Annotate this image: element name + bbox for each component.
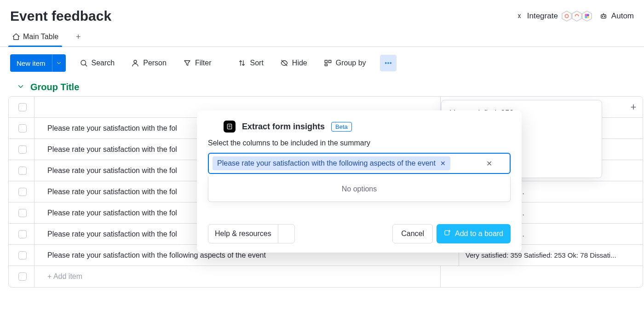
chevron-down-icon[interactable]: [215, 59, 221, 67]
automate-label: Autom: [611, 12, 634, 21]
row-select[interactable]: [11, 139, 34, 160]
person-button[interactable]: Person: [128, 56, 169, 70]
help-label[interactable]: Help & resources: [208, 230, 278, 238]
row-trailing: [624, 266, 643, 287]
svg-marker-0: [562, 11, 571, 21]
new-item-dropdown[interactable]: [52, 54, 66, 72]
group-header[interactable]: Group Title: [0, 79, 644, 96]
add-to-board-label: Add to a board: [455, 230, 503, 238]
svg-point-1: [565, 14, 568, 17]
row-trailing: [624, 139, 643, 160]
checkbox[interactable]: [18, 209, 27, 217]
sort-label: Sort: [250, 59, 263, 67]
tab-main-table[interactable]: Main Table: [10, 28, 60, 46]
add-item-label[interactable]: + Add item: [34, 266, 440, 287]
add-column-button[interactable]: +: [624, 97, 643, 117]
integration-hex-icon[interactable]: [572, 11, 582, 22]
checkbox[interactable]: [18, 124, 27, 133]
checkbox[interactable]: [18, 188, 27, 196]
board-title: Event feedback: [10, 8, 111, 24]
row-select[interactable]: [11, 202, 34, 223]
select-all-cell[interactable]: [11, 97, 34, 117]
sort-button[interactable]: Sort: [235, 56, 266, 70]
new-item-button[interactable]: New item: [10, 54, 66, 72]
help-dropdown[interactable]: [278, 225, 294, 243]
add-item-row[interactable]: + Add item: [9, 266, 643, 287]
eye-off-icon: [280, 59, 288, 67]
row-trailing: [624, 245, 643, 266]
modal-title: Extract form insights: [242, 122, 325, 132]
search-icon: [80, 59, 88, 67]
modal-header: Extract form insights Beta: [208, 121, 511, 133]
svg-rect-13: [325, 60, 327, 63]
link-icon: [515, 12, 523, 20]
board-plus-icon: [444, 229, 451, 238]
integrate-label: Integrate: [527, 12, 558, 21]
chevron-up-icon[interactable]: [499, 159, 506, 168]
hide-label: Hide: [292, 59, 307, 67]
board-toolbar: New item Search Person Filter Sort Hide …: [0, 47, 644, 79]
add-to-board-button[interactable]: Add to a board: [437, 224, 511, 243]
checkbox[interactable]: [18, 103, 27, 111]
integration-hex-icon[interactable]: [562, 11, 572, 22]
filter-button[interactable]: Filter: [180, 56, 224, 70]
row-select[interactable]: [11, 224, 34, 244]
row-trailing: [624, 181, 643, 202]
person-icon: [131, 59, 139, 67]
integrate-button[interactable]: Integrate: [515, 12, 558, 21]
checkbox[interactable]: [18, 230, 27, 238]
search-label: Search: [92, 59, 115, 67]
svg-rect-4: [585, 14, 587, 16]
new-item-label[interactable]: New item: [10, 54, 52, 72]
group-by-button[interactable]: Group by: [321, 56, 369, 70]
header-actions: Integrate Autom: [515, 11, 634, 22]
help-resources-button[interactable]: Help & resources: [208, 224, 295, 243]
integrate-section: Integrate: [515, 11, 592, 22]
svg-point-17: [387, 63, 388, 63]
row-select[interactable]: [11, 266, 34, 287]
svg-rect-21: [445, 231, 449, 235]
checkbox[interactable]: [18, 251, 27, 260]
row-select[interactable]: [11, 181, 34, 202]
cancel-button[interactable]: Cancel: [392, 224, 433, 243]
svg-point-12: [134, 60, 137, 63]
group-icon: [324, 59, 332, 67]
row-select[interactable]: [11, 160, 34, 181]
row-select[interactable]: [11, 245, 34, 266]
beta-badge: Beta: [331, 122, 352, 132]
summary-cell: [440, 266, 624, 287]
clear-all-icon[interactable]: ✕: [486, 159, 492, 168]
checkbox[interactable]: [18, 272, 27, 281]
more-options-button[interactable]: [380, 55, 397, 71]
chevron-down-icon[interactable]: [17, 82, 25, 92]
automate-button[interactable]: Autom: [599, 12, 634, 21]
svg-rect-8: [601, 15, 606, 18]
column-selector[interactable]: Please rate your satisfaction with the f…: [208, 153, 511, 174]
integration-badges: [562, 11, 592, 22]
row-trailing: [624, 202, 643, 223]
checkbox[interactable]: [18, 167, 27, 175]
filter-icon: [183, 59, 191, 67]
svg-point-18: [390, 63, 391, 63]
tab-label: Main Table: [23, 33, 58, 41]
add-tab-button[interactable]: +: [74, 28, 83, 46]
combo-controls: ✕: [486, 159, 506, 168]
svg-point-16: [385, 63, 386, 63]
robot-icon: [599, 12, 608, 20]
svg-rect-15: [325, 64, 327, 66]
group-title: Group Title: [30, 82, 79, 92]
back-arrow-icon[interactable]: [208, 121, 217, 132]
svg-rect-6: [585, 16, 587, 18]
remove-chip-icon[interactable]: ✕: [440, 160, 446, 167]
svg-rect-20: [227, 124, 231, 129]
row-trailing: [624, 118, 643, 139]
row-select[interactable]: [11, 118, 34, 139]
filter-label: Filter: [195, 59, 212, 67]
chevron-down-icon[interactable]: [116, 11, 124, 21]
page-header: Event feedback Integrate: [0, 0, 644, 28]
checkbox[interactable]: [18, 145, 27, 154]
hide-button[interactable]: Hide: [277, 56, 310, 70]
search-button[interactable]: Search: [77, 56, 118, 70]
board-title-wrap[interactable]: Event feedback: [10, 8, 124, 24]
integration-hex-icon[interactable]: [582, 11, 592, 22]
